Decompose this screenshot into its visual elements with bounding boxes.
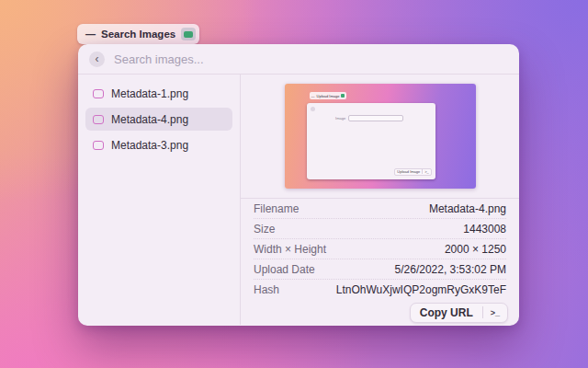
mini-back-icon	[311, 107, 315, 111]
metadata-row-hash: Hash LtnOhWuXjwIQP2ogmRyGxK9TeF	[254, 280, 506, 300]
mini-extension-icon	[341, 94, 345, 98]
metadata-value: LtnOhWuXjwIQP2ogmRyGxK9TeF	[336, 283, 506, 296]
terminal-icon[interactable]: >_	[483, 308, 507, 317]
metadata-row-filename: Filename Metadata-4.png	[254, 199, 506, 219]
search-bar: ‹	[78, 44, 519, 75]
preview-area: — Upload Image Image Upload Image	[241, 75, 519, 198]
metadata-label: Filename	[254, 202, 299, 215]
metadata-table: Filename Metadata-4.png Size 1443008 Wid…	[241, 198, 519, 300]
window-body: Metadata-1.png Metadata-4.png Metadata-3…	[78, 75, 519, 325]
list-item-metadata-4[interactable]: Metadata-4.png	[85, 108, 232, 131]
file-list: Metadata-1.png Metadata-4.png Metadata-3…	[78, 75, 241, 325]
metadata-row-size: Size 1443008	[254, 219, 506, 239]
mini-pill-title: Upload Image	[317, 94, 340, 98]
image-file-icon	[93, 89, 104, 98]
metadata-value: 5/26/2022, 3:53:02 PM	[395, 263, 506, 276]
mini-button-divider	[422, 169, 423, 174]
metadata-value: Metadata-4.png	[429, 202, 506, 215]
search-images-window: ‹ Metadata-1.png Metadata-4.png Metadata…	[78, 44, 519, 326]
detail-panel: — Upload Image Image Upload Image	[241, 75, 519, 325]
list-item-label: Metadata-4.png	[111, 113, 188, 126]
image-file-icon	[93, 115, 104, 124]
preview-mini-pill: — Upload Image	[310, 92, 347, 99]
list-item-label: Metadata-3.png	[111, 139, 188, 152]
preview-mini-window: Image Upload Image >_	[307, 103, 435, 179]
action-button-group: Copy URL >_	[410, 303, 508, 323]
search-input[interactable]	[114, 52, 508, 66]
mini-form-label: Image	[335, 116, 345, 121]
mini-form-row: Image	[335, 115, 403, 121]
mini-dash-icon: —	[311, 94, 315, 98]
back-button[interactable]: ‹	[89, 52, 105, 67]
desktop-background: — Search Images ‹ Metadata-1.png Metadat…	[0, 0, 588, 368]
list-item-metadata-1[interactable]: Metadata-1.png	[85, 82, 232, 105]
list-item-label: Metadata-1.png	[111, 87, 188, 100]
metadata-label: Width × Height	[254, 243, 326, 256]
list-item-metadata-3[interactable]: Metadata-3.png	[85, 133, 232, 156]
mini-upload-button-label: Upload Image	[397, 169, 420, 174]
extension-icon	[181, 28, 196, 40]
metadata-label: Size	[254, 223, 275, 236]
image-preview: — Upload Image Image Upload Image	[285, 84, 476, 189]
image-file-icon	[93, 141, 104, 150]
mini-upload-button: Upload Image >_	[394, 168, 431, 176]
action-bar: Copy URL >_	[241, 300, 519, 325]
metadata-row-upload-date: Upload Date 5/26/2022, 3:53:02 PM	[254, 259, 506, 280]
metadata-label: Upload Date	[254, 263, 315, 276]
mini-terminal-icon: >_	[424, 169, 429, 174]
metadata-value: 2000 × 1250	[445, 243, 506, 256]
copy-url-button[interactable]: Copy URL	[411, 306, 482, 319]
metadata-value: 1443008	[463, 223, 506, 236]
mini-text-input	[348, 115, 403, 121]
launcher-pill-title: Search Images	[101, 29, 175, 40]
dash-icon: —	[85, 29, 96, 40]
metadata-row-dimensions: Width × Height 2000 × 1250	[254, 239, 506, 259]
metadata-label: Hash	[254, 283, 279, 296]
launcher-pill[interactable]: — Search Images	[77, 24, 199, 44]
